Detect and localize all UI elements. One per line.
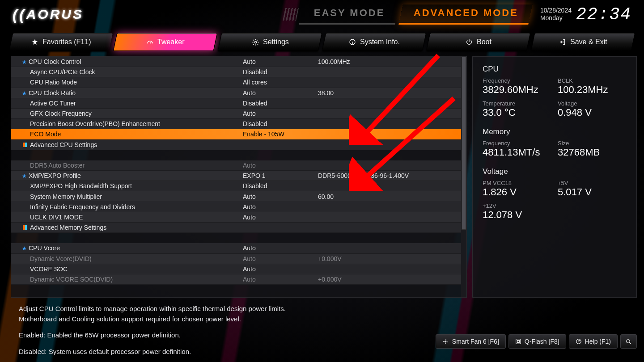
setting-row[interactable]: System Memory MultiplierAuto60.00 (11, 191, 461, 202)
setting-row[interactable]: DDR5 Auto BoosterAuto (11, 160, 461, 171)
gauge-icon (146, 38, 154, 46)
favorite-star-icon: ★ (22, 245, 27, 252)
row-label: VCORE SOC (30, 265, 243, 273)
svg-rect-3 (516, 339, 521, 344)
row-value: Auto (243, 203, 318, 210)
setting-row[interactable]: ★CPU VcoreAuto (11, 243, 461, 253)
setting-row[interactable]: Advanced CPU Settings (11, 140, 461, 150)
nav-save-exit[interactable]: Save & Exit (530, 33, 635, 51)
nav-label: Boot (477, 38, 492, 46)
row-value: Auto (243, 110, 318, 117)
help-button[interactable]: Help (F1) (569, 334, 618, 349)
setting-row[interactable]: CPU Ratio ModeAll cores (11, 77, 461, 88)
info-icon (348, 38, 356, 46)
row-label: Dynamic VCORE SOC(DVID) (30, 276, 243, 283)
favorite-star-icon: ★ (22, 90, 27, 97)
easy-mode-tab[interactable]: EASY MODE (299, 4, 399, 25)
row-label: UCLK DIV1 MODE (30, 214, 243, 221)
day-text: Monday (540, 14, 572, 22)
footer-buttons: Smart Fan 6 [F6] Q-Flash [F8] Help (F1) (436, 334, 637, 349)
setting-row[interactable]: Precision Boost Overdrive(PBO) Enhanceme… (11, 119, 461, 129)
voltage-vcc18: 1.826 V (483, 186, 551, 198)
row-value: Disabled (243, 120, 318, 127)
row-value: Auto (243, 276, 318, 283)
row-value: EXPO 1 (243, 172, 318, 179)
mem-size: 32768MB (558, 147, 627, 158)
row-label: Active OC Tuner (30, 100, 243, 107)
nav-boot[interactable]: Boot (426, 33, 531, 51)
mem-frequency: 4811.13MT/s (483, 147, 551, 158)
submenu-icon (23, 143, 27, 147)
row-value: Auto (243, 58, 318, 65)
advanced-mode-tab[interactable]: ADVANCED MODE (398, 4, 533, 25)
setting-row[interactable]: ★XMP/EXPO ProfileEXPO 1DDR5-6000 28-36-3… (11, 171, 461, 181)
row-label: Precision Boost Overdrive(PBO) Enhanceme… (30, 120, 243, 127)
setting-row[interactable]: XMP/EXPO High Bandwidth SupportDisabled (11, 181, 461, 191)
scroll-thumb[interactable] (462, 57, 466, 230)
nav-system-info[interactable]: System Info. (322, 33, 427, 51)
favorite-star-icon: ★ (22, 173, 27, 179)
section-gap (11, 233, 461, 243)
exit-icon (559, 38, 567, 46)
search-button[interactable] (620, 334, 637, 349)
setting-row[interactable]: Active OC TunerDisabled (11, 98, 461, 109)
row-value: Auto (243, 244, 318, 252)
nav-settings[interactable]: Settings (217, 33, 322, 51)
setting-row[interactable]: UCLK DIV1 MODEAuto (11, 212, 461, 223)
smart-fan-button[interactable]: Smart Fan 6 [F6] (436, 334, 506, 349)
nav-favorites[interactable]: Favorites (F11) (9, 33, 114, 51)
submenu-icon (23, 225, 27, 230)
svg-rect-4 (517, 341, 520, 343)
nav-label: Tweaker (158, 38, 185, 46)
row-extra: 38.00 (318, 89, 461, 97)
setting-row[interactable]: GFX Clock FrequencyAuto (11, 109, 461, 119)
setting-row[interactable]: ECO ModeEnable - 105W (11, 129, 461, 139)
svg-point-2 (445, 341, 446, 342)
setting-row[interactable]: Async CPU/PCIe ClockDisabled (11, 67, 461, 77)
setting-row[interactable]: Advanced Memory Settings (11, 223, 461, 233)
qflash-icon (515, 338, 521, 345)
row-value: Auto (243, 255, 318, 262)
setting-row[interactable]: Dynamic Vcore(DVID)Auto+0.000V (11, 254, 461, 264)
voltage-title: Voltage (483, 167, 627, 176)
row-label: CPU Ratio Mode (30, 79, 243, 86)
row-extra: DDR5-6000 28-36-36-96-1.400V (318, 172, 461, 179)
setting-row[interactable]: ★CPU Clock RatioAuto38.00 (11, 88, 461, 98)
help-icon (576, 338, 582, 345)
qflash-button[interactable]: Q-Flash [F8] (508, 334, 566, 349)
section-gap (11, 150, 461, 160)
row-label: Advanced Memory Settings (30, 224, 243, 231)
row-extra: +0.000V (318, 276, 461, 283)
nav-label: Save & Exit (570, 38, 607, 46)
svg-point-0 (254, 41, 256, 43)
row-label: System Memory Multiplier (30, 193, 243, 200)
setting-row[interactable]: Dynamic VCORE SOC(DVID)Auto+0.000V (11, 274, 461, 285)
nav-label: Settings (263, 38, 288, 46)
setting-row[interactable]: ★CPU Clock ControlAuto100.00MHz (11, 57, 461, 67)
row-value: Auto (243, 162, 318, 169)
row-label: Infinity Fabric Frequency and Dividers (30, 203, 243, 210)
row-value: Enable - 105W (243, 130, 318, 138)
row-value: Auto (243, 89, 318, 97)
row-value: Disabled (243, 100, 318, 107)
row-extra: +0.000V (318, 255, 461, 262)
row-label: ★CPU Clock Ratio (30, 89, 243, 97)
favorite-star-icon: ★ (22, 59, 27, 65)
setting-row[interactable]: VCORE SOCAuto (11, 264, 461, 274)
fan-icon (442, 338, 449, 345)
top-bar: ((AORUS EASY MODE ADVANCED MODE 10/28/20… (0, 0, 644, 29)
help-text: Adjust CPU Control limits to manage oper… (0, 298, 349, 357)
setting-row[interactable]: Infinity Fabric Frequency and DividersAu… (11, 202, 461, 212)
nav-tweaker[interactable]: Tweaker (113, 33, 218, 51)
row-value: All cores (243, 79, 318, 86)
row-value: Disabled (243, 68, 318, 76)
scrollbar[interactable] (461, 57, 466, 297)
row-label: Dynamic Vcore(DVID) (30, 255, 243, 262)
status-panel: CPU Frequency3829.60MHz BCLK100.23MHz Te… (472, 56, 637, 298)
row-label: ECO Mode (30, 130, 243, 138)
row-value: Auto (243, 214, 318, 221)
cpu-voltage: 0.948 V (558, 107, 627, 118)
row-label: ★XMP/EXPO Profile (30, 172, 243, 179)
row-label: DDR5 Auto Booster (30, 162, 243, 169)
cpu-title: CPU (483, 65, 627, 74)
